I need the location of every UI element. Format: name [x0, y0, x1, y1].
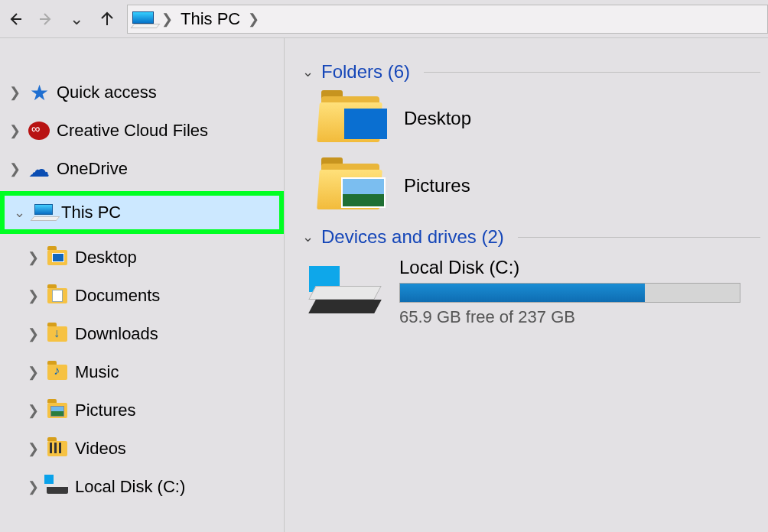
content-pane: ⌄ Folders (6) Desktop Pictures ⌄ Devices…	[285, 38, 768, 532]
drive-used-fill	[400, 284, 645, 302]
tree-item-pictures[interactable]: ❯ Pictures	[0, 391, 284, 430]
tree-item-desktop[interactable]: ❯ Desktop	[0, 238, 284, 277]
chevron-right-icon[interactable]: ❯	[26, 364, 40, 381]
chevron-right-icon[interactable]: ❯	[8, 161, 21, 177]
folder-label: Desktop	[404, 108, 471, 129]
music-folder-icon	[47, 365, 67, 380]
tree-label: This PC	[61, 203, 279, 222]
up-button[interactable]	[92, 4, 122, 34]
highlight-annotation: ⌄ This PC	[0, 191, 284, 234]
tree-label: Creative Cloud Files	[57, 121, 284, 141]
this-pc-icon	[132, 11, 154, 27]
group-title: Folders (6)	[321, 61, 410, 83]
divider	[518, 237, 760, 238]
drive-free-text: 65.9 GB free of 237 GB	[399, 307, 760, 327]
group-title: Devices and drives (2)	[321, 226, 504, 248]
chevron-right-icon[interactable]: ❯	[8, 122, 21, 139]
tree-label: Music	[75, 362, 284, 382]
tree-item-this-pc[interactable]: ⌄ This PC	[5, 196, 279, 229]
chevron-right-icon[interactable]: ❯	[8, 84, 21, 101]
drive-item-local-disk[interactable]: Local Disk (C:) 65.9 GB free of 237 GB	[308, 257, 760, 327]
address-bar[interactable]: ❯ This PC ❯	[127, 5, 768, 34]
recent-dropdown[interactable]: ⌄	[61, 4, 92, 34]
chevron-down-icon[interactable]: ⌄	[300, 63, 315, 80]
folder-item-pictures[interactable]: Pictures	[318, 159, 760, 212]
tree-item-creative-cloud[interactable]: ❯ Creative Cloud Files	[0, 112, 284, 150]
tree-item-music[interactable]: ❯ Music	[0, 353, 284, 391]
tree-label: Quick access	[57, 83, 284, 102]
chevron-right-icon[interactable]: ❯	[26, 478, 40, 495]
chevron-down-icon[interactable]: ⌄	[12, 204, 26, 221]
tree-item-videos[interactable]: ❯ Videos	[0, 430, 284, 468]
tree-item-quick-access[interactable]: ❯ Quick access	[0, 73, 284, 112]
forward-button[interactable]	[31, 4, 61, 34]
tree-label: Local Disk (C:)	[75, 477, 284, 497]
desktop-folder-icon	[318, 92, 386, 145]
arrow-left-icon	[6, 10, 24, 28]
group-header-folders[interactable]: ⌄ Folders (6)	[300, 61, 760, 83]
creative-cloud-icon	[28, 122, 50, 140]
tree-label: Downloads	[75, 324, 284, 344]
tree-label: Videos	[75, 439, 284, 459]
star-icon	[28, 83, 50, 102]
drive-capacity-bar	[399, 283, 740, 303]
tree-label: OneDrive	[57, 159, 284, 179]
this-pc-icon	[32, 204, 55, 221]
pictures-folder-icon	[47, 403, 67, 418]
downloads-folder-icon	[47, 326, 67, 342]
group-header-drives[interactable]: ⌄ Devices and drives (2)	[300, 226, 760, 248]
folder-label: Pictures	[404, 175, 470, 196]
arrow-right-icon	[37, 10, 55, 28]
chevron-right-icon[interactable]: ❯	[26, 326, 40, 342]
drive-icon	[308, 264, 381, 320]
breadcrumb-separator-icon[interactable]: ❯	[240, 11, 267, 28]
tree-item-downloads[interactable]: ❯ Downloads	[0, 315, 284, 353]
desktop-folder-icon	[47, 250, 67, 265]
drive-info: Local Disk (C:) 65.9 GB free of 237 GB	[399, 257, 760, 327]
pictures-folder-icon	[318, 159, 386, 212]
breadcrumb-location[interactable]: This PC	[181, 9, 240, 29]
tree-label: Desktop	[75, 248, 284, 268]
videos-folder-icon	[47, 441, 67, 456]
chevron-right-icon[interactable]: ❯	[26, 402, 40, 419]
tree-item-documents[interactable]: ❯ Documents	[0, 277, 284, 315]
chevron-down-icon: ⌄	[70, 9, 83, 29]
arrow-up-icon	[98, 10, 116, 28]
tree-item-onedrive[interactable]: ❯ OneDrive	[0, 150, 284, 188]
chevron-down-icon[interactable]: ⌄	[300, 229, 315, 245]
tree-label: Documents	[75, 286, 284, 306]
divider	[424, 72, 760, 73]
chevron-right-icon[interactable]: ❯	[26, 440, 40, 457]
chevron-right-icon[interactable]: ❯	[26, 287, 40, 304]
folder-item-desktop[interactable]: Desktop	[318, 92, 760, 145]
nav-bar: ⌄ ❯ This PC ❯	[0, 0, 768, 38]
navigation-tree: ❯ Quick access ❯ Creative Cloud Files ❯ …	[0, 38, 285, 532]
back-button[interactable]	[0, 4, 31, 34]
tree-item-local-disk[interactable]: ❯ Local Disk (C:)	[0, 468, 284, 506]
documents-folder-icon	[47, 288, 67, 303]
drive-icon	[47, 480, 68, 494]
tree-label: Pictures	[75, 401, 284, 420]
drive-name: Local Disk (C:)	[399, 257, 760, 278]
chevron-right-icon[interactable]: ❯	[26, 249, 40, 266]
onedrive-icon	[28, 159, 50, 179]
